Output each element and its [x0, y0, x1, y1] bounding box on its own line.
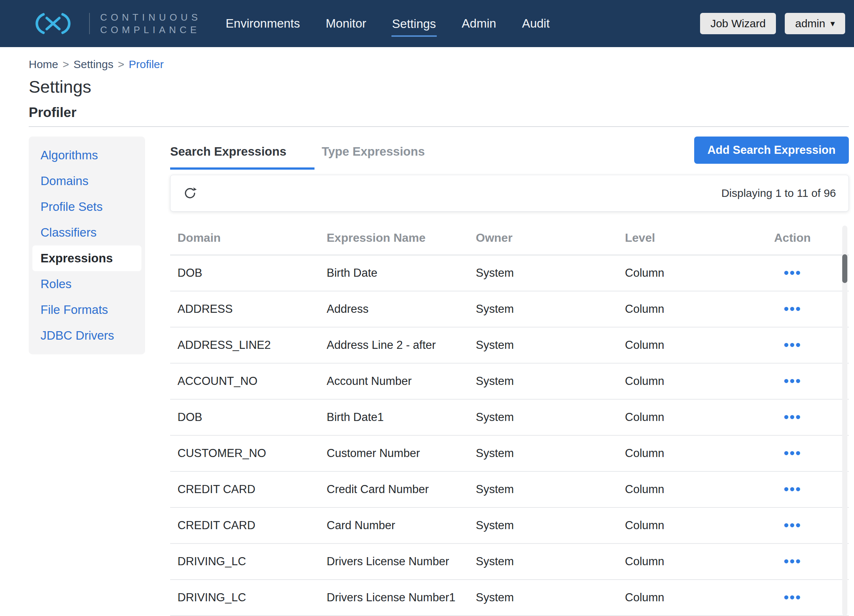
logo-icon: [27, 12, 79, 35]
profiler-sidebar: Algorithms Domains Profile Sets Classifi…: [29, 137, 145, 354]
nav-item[interactable]: Admin: [461, 10, 497, 37]
sidebar-item[interactable]: Algorithms: [32, 142, 142, 168]
cell-action: •••: [767, 291, 849, 327]
page-title: Settings: [29, 76, 849, 97]
nav-item[interactable]: Environments: [225, 10, 301, 37]
row-actions-button[interactable]: •••: [774, 265, 801, 280]
brand[interactable]: CONTINUOUS COMPLIANCE: [27, 11, 201, 37]
cell-expression-name: Address: [319, 291, 468, 327]
column-header: Owner: [468, 221, 618, 255]
sidebar-item[interactable]: File Formats: [32, 297, 142, 323]
cell-domain: DOB: [170, 399, 319, 435]
row-actions-button[interactable]: •••: [774, 446, 801, 460]
add-search-expression-button[interactable]: Add Search Expression: [694, 137, 849, 164]
breadcrumb-separator: >: [63, 58, 69, 71]
cell-domain: DRIVING_LC: [170, 579, 319, 616]
brand-name-line2: COMPLIANCE: [100, 24, 201, 36]
table-row: ACCOUNT_NO Account Number System Column …: [170, 363, 849, 399]
refresh-icon: [183, 186, 197, 200]
caret-down-icon: ▾: [830, 19, 835, 28]
cell-action: •••: [767, 255, 849, 291]
ellipsis-icon: •••: [784, 337, 801, 353]
row-actions-button[interactable]: •••: [774, 590, 801, 605]
cell-level: Column: [618, 435, 767, 472]
table-scrollbar[interactable]: [842, 225, 847, 616]
cell-expression-name: Customer Number: [319, 435, 468, 472]
row-actions-button[interactable]: •••: [774, 482, 801, 496]
ellipsis-icon: •••: [784, 409, 801, 425]
brand-divider: [89, 13, 90, 34]
main-header: Search Expressions Type Expressions Add …: [170, 137, 849, 170]
sidebar-item[interactable]: Profile Sets: [32, 194, 142, 220]
table-toolbar: Displaying 1 to 11 of 96: [170, 175, 849, 211]
tab[interactable]: Search Expressions: [170, 144, 314, 170]
brand-name: CONTINUOUS COMPLIANCE: [100, 11, 201, 37]
cell-action: •••: [767, 543, 849, 579]
table-row: ADDRESS_LINE2 Address Line 2 - after Sys…: [170, 327, 849, 363]
column-header: Level: [618, 221, 767, 255]
user-menu-label: admin: [795, 17, 825, 30]
sidebar-item[interactable]: Roles: [32, 271, 142, 297]
cell-action: •••: [767, 579, 849, 616]
ellipsis-icon: •••: [784, 373, 801, 389]
content: Algorithms Domains Profile Sets Classifi…: [29, 137, 849, 616]
cell-domain: DRIVING_LC: [170, 543, 319, 579]
cell-owner: System: [468, 508, 618, 543]
nav-item[interactable]: Audit: [521, 10, 550, 37]
table-row: ADDRESS Address System Column •••: [170, 291, 849, 327]
sidebar-item[interactable]: Classifiers: [32, 220, 142, 245]
cell-level: Column: [618, 291, 767, 327]
cell-owner: System: [468, 472, 618, 508]
scrollbar-thumb[interactable]: [842, 254, 847, 283]
tab-list: Search Expressions Type Expressions: [170, 144, 453, 170]
column-header: Domain: [170, 221, 319, 255]
ellipsis-icon: •••: [784, 481, 801, 497]
sidebar-item[interactable]: Expressions: [32, 245, 142, 271]
breadcrumb-current[interactable]: Profiler: [129, 58, 164, 71]
cell-expression-name: Drivers License Number: [319, 543, 468, 579]
nav-item[interactable]: Monitor: [325, 10, 367, 37]
cell-expression-name: Card Number: [319, 508, 468, 543]
cell-level: Column: [618, 255, 767, 291]
table-row: CREDIT CARD Card Number System Column ••…: [170, 508, 849, 543]
cell-domain: ADDRESS: [170, 291, 319, 327]
brand-name-line1: CONTINUOUS: [100, 11, 201, 24]
sidebar-item[interactable]: JDBC Drivers: [32, 323, 142, 348]
row-actions-button[interactable]: •••: [774, 554, 801, 569]
cell-action: •••: [767, 508, 849, 543]
breadcrumb: Home > Settings > Profiler: [29, 58, 849, 71]
job-wizard-button[interactable]: Job Wizard: [700, 13, 776, 34]
ellipsis-icon: •••: [784, 553, 801, 569]
ellipsis-icon: •••: [784, 265, 801, 281]
cell-action: •••: [767, 435, 849, 472]
navbar-actions: Job Wizard admin ▾: [700, 13, 845, 34]
cell-level: Column: [618, 508, 767, 543]
row-actions-button[interactable]: •••: [774, 338, 801, 352]
row-actions-button[interactable]: •••: [774, 374, 801, 388]
nav-item[interactable]: Settings: [392, 10, 437, 37]
user-menu-button[interactable]: admin ▾: [785, 13, 845, 34]
row-actions-button[interactable]: •••: [774, 409, 801, 424]
breadcrumb-separator: >: [118, 58, 125, 71]
refresh-button[interactable]: [183, 186, 197, 200]
cell-action: •••: [767, 363, 849, 399]
row-actions-button[interactable]: •••: [774, 518, 801, 532]
sidebar-item[interactable]: Domains: [32, 168, 142, 194]
pagination-status: Displaying 1 to 11 of 96: [721, 187, 836, 199]
row-actions-button[interactable]: •••: [774, 301, 801, 316]
column-header: Expression Name: [319, 221, 468, 255]
table-header-row: Domain Expression Name Owner Level Actio…: [170, 221, 849, 255]
ellipsis-icon: •••: [784, 589, 801, 605]
top-navbar: CONTINUOUS COMPLIANCE Environments Monit…: [0, 0, 854, 47]
table-header: Domain Expression Name Owner Level Actio…: [170, 221, 849, 255]
cell-domain: CREDIT CARD: [170, 472, 319, 508]
breadcrumb-home-link[interactable]: Home: [29, 58, 58, 71]
cell-level: Column: [618, 543, 767, 579]
cell-expression-name: Birth Date: [319, 255, 468, 291]
table-row: DRIVING_LC Drivers License Number System…: [170, 543, 849, 579]
breadcrumb-settings-link[interactable]: Settings: [74, 58, 113, 71]
cell-domain: DOB: [170, 255, 319, 291]
table-row: CUSTOMER_NO Customer Number System Colum…: [170, 435, 849, 472]
tab[interactable]: Type Expressions: [322, 144, 453, 170]
expressions-table: Domain Expression Name Owner Level Actio…: [170, 221, 849, 616]
